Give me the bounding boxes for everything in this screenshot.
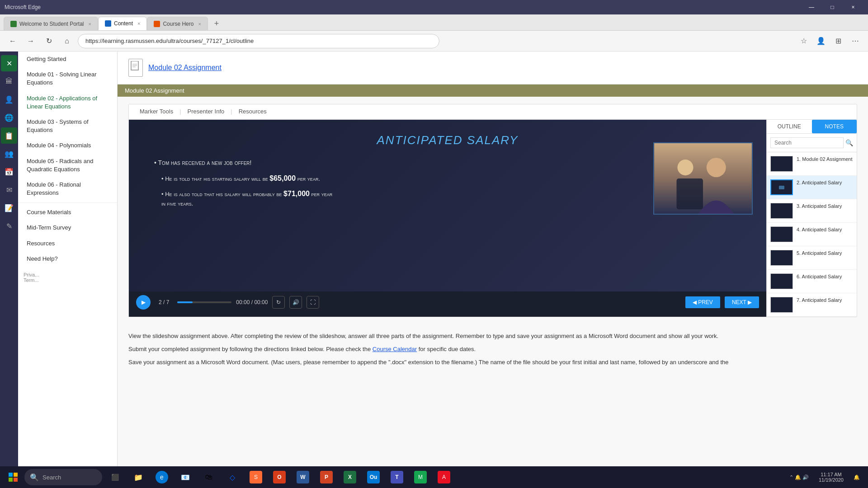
outline-item-1[interactable]: 1. Module 02 Assignment (767, 152, 857, 176)
sidebar-item-module06[interactable]: Module 06 - Rational Expressions (18, 177, 117, 201)
new-tab-button[interactable]: + (210, 17, 223, 30)
volume-button[interactable]: 🔊 (289, 296, 302, 309)
edge-button[interactable]: e (151, 468, 173, 486)
outline-search-icon[interactable]: 🔍 (845, 139, 853, 146)
file-explorer-button[interactable]: 📁 (127, 468, 149, 486)
outline-item-label-1: 1. Module 02 Assignment (797, 156, 853, 162)
tab-welcome-portal[interactable]: Welcome to Student Portal × (4, 17, 98, 30)
tab-label-1: Welcome to Student Portal (19, 21, 84, 27)
tab-close-2[interactable]: × (137, 21, 140, 26)
window-close-button[interactable]: × (843, 0, 863, 14)
taskbar-clock[interactable]: 11:17 AM 11/19/2020 (815, 472, 847, 483)
office-button[interactable]: O (269, 468, 290, 486)
sidebar-item-course-materials[interactable]: Course Materials (18, 205, 117, 220)
store-button[interactable]: 🛍 (198, 468, 220, 486)
forward-button[interactable]: → (24, 34, 38, 48)
sidebar-globe-icon[interactable]: 🌐 (1, 109, 17, 126)
taskbar-right: ⌃ 🔔 🔊 11:17 AM 11/19/2020 🔔 (785, 468, 864, 486)
outline-thumb-3 (770, 203, 793, 219)
dropbox-button[interactable]: ◇ (222, 468, 243, 486)
slide-bullet-1b: He is also told that his salary will pro… (147, 188, 337, 208)
sidebar-close-icon[interactable]: ✕ (1, 55, 17, 71)
excel-button[interactable]: X (339, 468, 361, 486)
resources-tab[interactable]: Resources (233, 104, 272, 119)
sidebar-item-getting-started[interactable]: Getting Started (18, 52, 117, 67)
course-calendar-link[interactable]: Course Calendar (373, 346, 417, 352)
tab-content[interactable]: Content × (98, 17, 147, 30)
taskbar-search-box[interactable]: 🔍 (24, 469, 102, 485)
sidebar-item-module04[interactable]: Module 04 - Polynomials (18, 138, 117, 153)
sidebar-profile-icon[interactable]: 👤 (1, 91, 17, 108)
sidebar-edit-icon[interactable]: ✎ (1, 218, 17, 234)
outline-thumb-1 (770, 156, 793, 172)
refresh-ctrl-button[interactable]: ↻ (272, 296, 285, 309)
outline-item-5[interactable]: 5. Anticipated Salary (767, 246, 857, 270)
sidebar-item-module02[interactable]: Module 02 - Applications of Linear Equat… (18, 91, 117, 114)
app2-button[interactable]: M (410, 468, 431, 486)
outline-tab-notes[interactable]: NOTES (812, 120, 857, 133)
app1-button[interactable]: S (245, 468, 267, 486)
outline-item-7[interactable]: 7. Anticipated Salary (767, 293, 857, 317)
sidebar-calendar-icon[interactable]: 📅 (1, 164, 17, 180)
next-slide-button[interactable]: NEXT ▶ (725, 296, 759, 308)
outline-item-label-4: 4. Anticipated Salary (797, 226, 842, 233)
mail-button[interactable]: 📧 (175, 468, 196, 486)
outline-search: 🔍 (767, 134, 857, 152)
slide-counter: 2 / 7 (159, 299, 169, 305)
action-center-button[interactable]: 🔔 (849, 468, 864, 486)
maximize-button[interactable]: □ (822, 0, 843, 14)
sidebar-content-icon[interactable]: 📋 (1, 127, 17, 144)
sidebar-item-module01[interactable]: Module 01 - Solving Linear Equations (18, 67, 117, 90)
outlook-button[interactable]: Ou (363, 468, 384, 486)
description-line3: Save your assignment as a Microsoft Word… (128, 358, 857, 367)
prev-slide-button[interactable]: ◀ PREV (685, 296, 720, 308)
settings-icon[interactable]: ⋯ (848, 34, 863, 48)
fullscreen-button[interactable]: ⛶ (307, 296, 319, 309)
task-view-button[interactable]: ⬛ (104, 468, 126, 486)
sidebar-institution-icon[interactable]: 🏛 (1, 73, 17, 89)
word-button[interactable]: W (292, 468, 314, 486)
outline-item-4[interactable]: 4. Anticipated Salary (767, 223, 857, 246)
extensions-icon[interactable]: ⊞ (831, 34, 845, 48)
marker-tools-tab[interactable]: Marker Tools (134, 104, 179, 119)
slide-controls: ▶ 2 / 7 00:00 / 00:00 ↻ 🔊 ⛶ ◀ PREV NEXT … (129, 291, 766, 313)
notification-area[interactable]: ⌃ 🔔 🔊 (785, 468, 813, 486)
powerpoint-button[interactable]: P (316, 468, 337, 486)
outline-item-2[interactable]: 2. Anticipated Salary (767, 176, 857, 199)
favorites-icon[interactable]: ☆ (797, 34, 811, 48)
minimize-button[interactable]: — (801, 0, 822, 14)
tabs-bar: Welcome to Student Portal × Content × Co… (0, 14, 868, 31)
refresh-button[interactable]: ↻ (42, 34, 56, 48)
toolbar-right: ☆ 👤 ⊞ ⋯ (797, 34, 863, 48)
back-button[interactable]: ← (5, 34, 20, 48)
sidebar-messages-icon[interactable]: ✉ (1, 182, 17, 198)
sidebar-groups-icon[interactable]: 👥 (1, 145, 17, 162)
outline-item-6[interactable]: 6. Anticipated Salary (767, 270, 857, 293)
teams-button[interactable]: T (386, 468, 408, 486)
sidebar-notes-icon[interactable]: 📝 (1, 200, 17, 216)
sidebar-item-midterm-survey[interactable]: Mid-Term Survey (18, 220, 117, 235)
sidebar-item-resources[interactable]: Resources (18, 236, 117, 251)
module-title-link[interactable]: Module 02 Assignment (148, 64, 222, 72)
sidebar-item-module03[interactable]: Module 03 - Systems of Equations (18, 114, 117, 138)
address-input[interactable] (78, 34, 439, 48)
profile-icon[interactable]: 👤 (814, 34, 828, 48)
start-button[interactable] (4, 468, 23, 487)
presenter-info-tab[interactable]: Presenter Info (182, 104, 230, 119)
home-button[interactable]: ⌂ (60, 34, 74, 48)
play-button[interactable]: ▶ (136, 295, 151, 310)
outline-tab-outline[interactable]: OUTLINE (767, 120, 812, 133)
outline-item-3[interactable]: 3. Anticipated Salary (767, 199, 857, 223)
tab-close-1[interactable]: × (89, 21, 91, 27)
app1-icon: S (250, 471, 262, 483)
tab-course-hero[interactable]: Course Hero × (147, 17, 208, 30)
app3-button[interactable]: A (433, 468, 455, 486)
progress-bar[interactable] (177, 301, 231, 303)
tab-close-3[interactable]: × (198, 21, 201, 27)
outline-search-input[interactable] (770, 137, 844, 148)
taskbar-search-input[interactable] (42, 474, 97, 481)
sidebar-item-need-help[interactable]: Need Help? (18, 251, 117, 267)
outlook-icon: Ou (367, 471, 380, 483)
sidebar-item-module05[interactable]: Module 05 - Radicals and Quadratic Equat… (18, 154, 117, 177)
svg-point-5 (707, 158, 726, 177)
